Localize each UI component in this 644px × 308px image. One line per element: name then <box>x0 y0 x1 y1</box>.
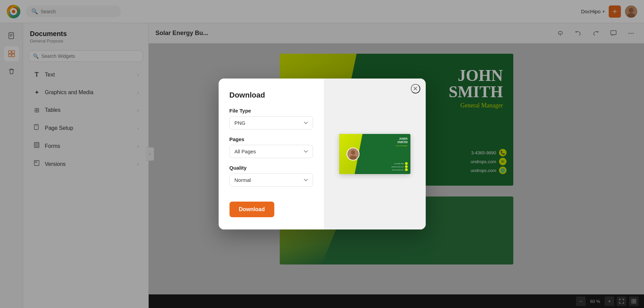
file-type-select[interactable]: PNG JPG PDF SVG <box>229 116 313 130</box>
preview-phone-dot <box>405 162 408 165</box>
preview-card: JOHNSMITH General Manager +123-4365-9890… <box>339 134 410 174</box>
modal-backdrop[interactable]: Download File Type PNG JPG PDF SVG Pages… <box>0 0 644 308</box>
preview-email-dot <box>405 165 408 168</box>
preview-website-dot <box>405 168 408 171</box>
modal-title: Download <box>229 91 313 100</box>
preview-phone: +123-4365-9890 <box>394 163 404 165</box>
preview-email-row: john@sundrops.com <box>391 165 408 168</box>
modal-preview: JOHNSMITH General Manager +123-4365-9890… <box>324 79 426 229</box>
modal-close-button[interactable]: ✕ <box>411 84 420 93</box>
quality-select[interactable]: Normal High Low <box>229 173 313 187</box>
file-type-label: File Type <box>229 108 313 114</box>
file-type-group: File Type PNG JPG PDF SVG <box>229 108 313 130</box>
svg-point-30 <box>351 150 355 155</box>
preview-avatar <box>347 148 360 160</box>
quality-group: Quality Normal High Low <box>229 165 313 187</box>
pages-group: Pages All Pages Current Page Custom Rang… <box>229 136 313 158</box>
preview-contacts: +123-4365-9890 john@sundrops.com www.sun… <box>391 162 408 171</box>
preview-email: john@sundrops.com <box>391 166 404 168</box>
pages-select[interactable]: All Pages Current Page Custom Range <box>229 145 313 158</box>
preview-role: General Manager <box>396 145 408 147</box>
download-modal: Download File Type PNG JPG PDF SVG Pages… <box>219 79 426 229</box>
preview-website: www.sundrops.com <box>392 169 404 171</box>
preview-text: JOHNSMITH General Manager <box>396 137 408 147</box>
preview-phone-row: +123-4365-9890 <box>391 162 408 165</box>
pages-label: Pages <box>229 136 313 142</box>
preview-website-row: www.sundrops.com <box>391 168 408 171</box>
modal-form: Download File Type PNG JPG PDF SVG Pages… <box>219 79 324 229</box>
quality-label: Quality <box>229 165 313 171</box>
download-button[interactable]: Download <box>229 202 274 217</box>
preview-name: JOHNSMITH <box>396 137 408 144</box>
